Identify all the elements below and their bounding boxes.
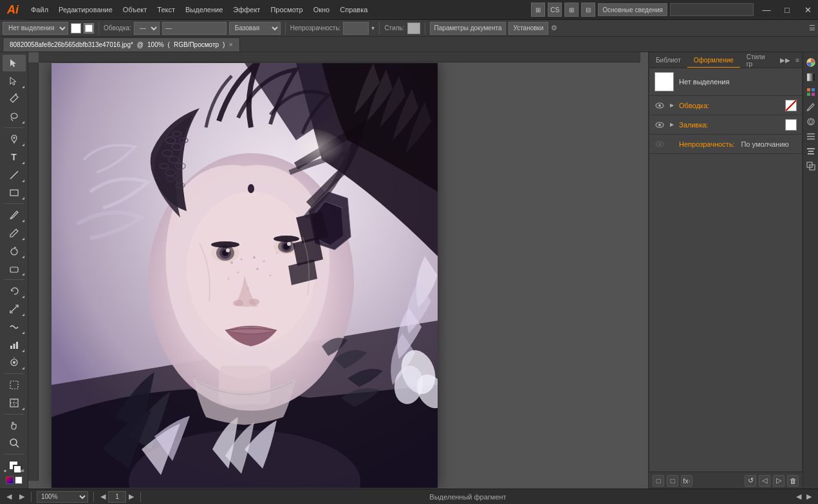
opacity-label[interactable]: Непрозрачность: — [679, 140, 734, 148]
fill-color-swatch[interactable] — [785, 119, 797, 131]
menu-file[interactable]: Файл — [26, 0, 53, 19]
tab-styles[interactable]: Стили гр — [740, 53, 777, 68]
pathfinder-icon[interactable] — [804, 160, 817, 173]
restore-icon[interactable]: ↺ — [745, 475, 756, 487]
color-icon[interactable] — [804, 56, 817, 69]
delete-icon[interactable]: 🗑 — [787, 475, 799, 487]
select-tool-btn[interactable] — [3, 55, 26, 71]
zoom-select[interactable]: 100% 50% 200% 75% 150% — [37, 491, 88, 503]
color-mode-btn[interactable] — [6, 476, 14, 484]
document-tab[interactable]: 80820058afe8c26b565dbfb313e47016.jpg* @ … — [3, 37, 240, 51]
direct-select-tool-btn[interactable] — [3, 73, 26, 89]
new-layer-icon[interactable]: □ — [653, 475, 664, 487]
search-input[interactable] — [670, 3, 754, 16]
menu-select[interactable]: Выделение — [180, 0, 228, 19]
fill-stroke-swatches[interactable]: ● ⇄ — [4, 458, 24, 474]
svg-point-42 — [211, 241, 239, 248]
pencil-tool-btn[interactable] — [3, 225, 26, 241]
brush-icon[interactable] — [804, 100, 817, 113]
stroke-style-dropdown[interactable]: Базовая — [229, 22, 281, 35]
tab-library[interactable]: Библиот — [649, 53, 687, 68]
menu-text[interactable]: Текст — [152, 0, 180, 19]
page-prev-icon[interactable]: ◀ — [99, 492, 107, 501]
panel-toggle-icon[interactable]: ☰ — [809, 24, 815, 32]
stroke-expand-icon[interactable]: ▶ — [669, 102, 675, 109]
blob-brush-tool-btn[interactable] — [3, 243, 26, 259]
status-arrow-left-icon[interactable]: ◀ — [5, 492, 13, 501]
stroke-value-input[interactable] — [162, 22, 227, 35]
settings-button[interactable]: Установки — [508, 22, 548, 35]
type-tool-btn[interactable]: T — [3, 149, 26, 165]
rotate-tool-btn[interactable] — [3, 283, 26, 299]
symbols-icon[interactable] — [804, 115, 817, 128]
menu-window[interactable]: Окно — [308, 0, 335, 19]
artboard-tool-btn[interactable] — [3, 377, 26, 393]
magic-wand-tool-btn[interactable] — [3, 91, 26, 107]
menu-effect[interactable]: Эффект — [228, 0, 265, 19]
opacity-input[interactable]: 100% — [343, 22, 369, 35]
pen-tool-btn[interactable] — [3, 131, 26, 147]
status-divider-1 — [31, 492, 32, 502]
grid-icon: ⊞ — [564, 3, 579, 17]
paintbrush-tool-btn[interactable] — [3, 207, 26, 223]
menu-edit[interactable]: Редактирование — [53, 0, 118, 19]
slice-tool-btn[interactable] — [3, 395, 26, 411]
vertical-ruler — [28, 62, 39, 481]
opacity-arrow[interactable]: ▾ — [371, 24, 375, 32]
minimize-button[interactable]: — — [756, 0, 777, 20]
maximize-button[interactable]: □ — [777, 0, 797, 20]
warp-tool-btn[interactable] — [3, 319, 26, 335]
stroke-color-swatch[interactable] — [785, 100, 797, 111]
none-mode-btn[interactable] — [15, 476, 23, 484]
tab-appearance[interactable]: Оформление — [687, 53, 740, 68]
status-left-arrow[interactable]: ◀ — [795, 492, 803, 501]
eraser-tool-btn[interactable] — [3, 261, 26, 277]
menu-view[interactable]: Просмотр — [265, 0, 308, 19]
selection-dropdown[interactable]: Нет выделения — [3, 22, 68, 35]
rect-tool-btn[interactable] — [3, 185, 26, 201]
swatches-icon[interactable] — [804, 86, 817, 98]
color-mode-btns — [4, 476, 24, 486]
doc-params-button[interactable]: Параметры документа — [430, 22, 507, 35]
profile-button[interactable]: Основные сведения — [598, 3, 667, 16]
tools2-icon: ⊟ — [581, 3, 595, 17]
status-right-arrow[interactable]: ▶ — [805, 492, 813, 501]
zoom-tool-btn[interactable] — [3, 435, 26, 452]
page-number-input[interactable] — [108, 491, 126, 503]
next-icon[interactable]: ▷ — [773, 475, 785, 487]
new-item-icon[interactable]: □ — [667, 475, 678, 487]
svg-point-75 — [658, 124, 661, 126]
stroke-label[interactable]: Обводка: — [679, 102, 709, 109]
top-toolbar: Нет выделения Обводка: — Базовая Непрозр… — [0, 20, 818, 37]
swap-colors-icon[interactable]: ⇄ — [20, 468, 24, 474]
symbol-tool-btn[interactable] — [3, 355, 26, 371]
fill-label[interactable]: Заливка: — [679, 121, 708, 129]
fill-visibility-icon[interactable] — [655, 120, 665, 129]
stroke-color-btn[interactable] — [84, 23, 94, 33]
graph-tool-btn[interactable] — [3, 337, 26, 353]
settings-icon[interactable]: ⚙ — [551, 24, 557, 32]
menu-object[interactable]: Объект — [118, 0, 152, 19]
fx-button[interactable]: fx· — [681, 475, 693, 487]
right-icons-strip — [803, 55, 819, 174]
line-tool-btn[interactable] — [3, 167, 26, 183]
stroke-visibility-icon[interactable] — [655, 101, 665, 110]
align-icon[interactable] — [804, 145, 817, 158]
menu-help[interactable]: Справка — [335, 0, 373, 19]
lasso-tool-btn[interactable] — [3, 108, 26, 125]
tab-close-icon[interactable]: × — [228, 41, 232, 48]
default-colors-icon[interactable]: ● — [4, 468, 7, 474]
scale-tool-btn[interactable] — [3, 301, 26, 317]
status-arrow-right-icon[interactable]: ▶ — [18, 492, 26, 501]
prev-icon[interactable]: ◁ — [759, 475, 770, 487]
page-next-icon[interactable]: ▶ — [127, 492, 135, 501]
panel-options-icon[interactable]: ≡ — [793, 57, 802, 64]
fill-expand-icon[interactable]: ▶ — [669, 122, 675, 128]
gradient-icon[interactable] — [804, 71, 817, 84]
ruler-svg-h — [39, 52, 640, 62]
lines-icon[interactable] — [804, 130, 817, 143]
close-button[interactable]: ✕ — [797, 0, 818, 20]
panel-tabs-menu-icon[interactable]: ▶▶ — [777, 57, 793, 64]
hand-tool-btn[interactable] — [3, 417, 26, 434]
stroke-dropdown[interactable]: — — [134, 22, 160, 35]
